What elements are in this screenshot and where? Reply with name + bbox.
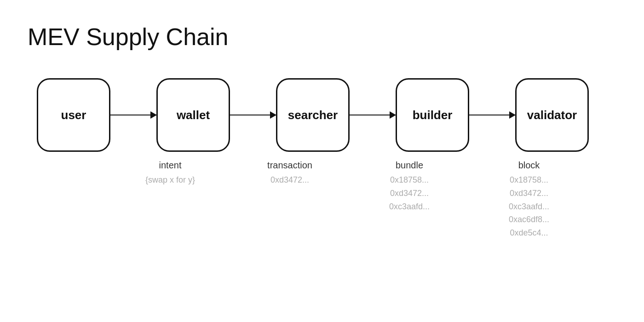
- node-wallet: wallet: [156, 78, 230, 152]
- arrow-wallet-searcher: [230, 115, 276, 116]
- edge-intent-label: intent: [159, 160, 182, 171]
- edge-transaction-data: 0xd3472...: [270, 173, 309, 187]
- node-builder-label: builder: [413, 108, 453, 122]
- edge-block-label: block: [518, 160, 540, 171]
- edge-bundle-col: bundle 0x18758...0xd3472...0xc3aafd...: [350, 160, 469, 213]
- node-builder: builder: [396, 78, 469, 152]
- edge-intent-col: intent {swap x for y}: [110, 160, 230, 187]
- arrow-builder-validator: [469, 115, 515, 116]
- node-wrapper-builder: builder: [396, 78, 469, 152]
- node-validator-label: validator: [527, 108, 577, 122]
- node-wrapper-user: user: [37, 78, 110, 152]
- below-section: intent {swap x for y} transaction 0xd347…: [37, 160, 589, 240]
- arrow-line-2: [230, 115, 276, 116]
- page: MEV Supply Chain user wallet: [0, 0, 644, 258]
- node-searcher: searcher: [276, 78, 350, 152]
- edge-bundle-label: bundle: [396, 160, 423, 171]
- chain-row: user wallet searcher: [37, 78, 589, 152]
- edge-block-col: block 0x18758...0xd3472...0xc3aafd...0xa…: [469, 160, 589, 240]
- arrow-user-wallet: [110, 115, 156, 116]
- edge-transaction-col: transaction 0xd3472...: [230, 160, 350, 187]
- arrow-searcher-builder: [350, 115, 396, 116]
- node-user: user: [37, 78, 110, 152]
- node-wrapper-validator: validator: [515, 78, 589, 152]
- node-wrapper-searcher: searcher: [276, 78, 350, 152]
- edge-transaction-label: transaction: [267, 160, 312, 171]
- edge-bundle-data: 0x18758...0xd3472...0xc3aafd...: [389, 173, 430, 213]
- edge-intent-data: {swap x for y}: [145, 173, 195, 187]
- node-wallet-label: wallet: [177, 108, 210, 122]
- node-validator: validator: [515, 78, 589, 152]
- arrow-line-3: [350, 115, 396, 116]
- arrow-line-4: [469, 115, 515, 116]
- node-wrapper-wallet: wallet: [156, 78, 230, 152]
- edge-block-data: 0x18758...0xd3472...0xc3aafd...0xac6df8.…: [509, 173, 549, 240]
- page-title: MEV Supply Chain: [28, 23, 616, 51]
- node-searcher-label: searcher: [288, 108, 338, 122]
- arrow-line-1: [110, 115, 156, 116]
- node-user-label: user: [61, 108, 86, 122]
- diagram: user wallet searcher: [28, 78, 616, 240]
